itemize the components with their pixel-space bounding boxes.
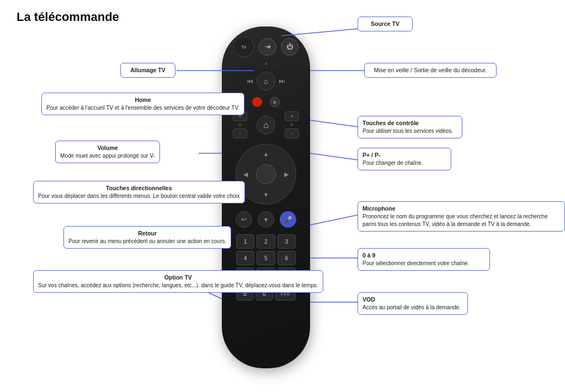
allumage-tv-label: Allumage TV bbox=[120, 63, 175, 78]
touches-controle-label: Touches de contrôle Pour utiliser tous l… bbox=[358, 116, 462, 138]
source-tv-label: Source TV bbox=[358, 17, 413, 31]
volume-label: Volume Mode muet avec appui prolongé sur… bbox=[55, 141, 160, 163]
retour-label: Retour Pour revenir au menu précédent ou… bbox=[63, 226, 231, 249]
microphone-label: Microphone Prononcez le nom du programme… bbox=[358, 201, 565, 232]
p-plus-moins-label: P+ / P- Pour changer de chaîne. bbox=[358, 148, 451, 170]
labels-layer: Source TV Allumage TV Mise en veille / S… bbox=[0, 0, 565, 392]
zero-a-neuf-label: 0 à 9 Pour sélectionner directement votr… bbox=[358, 248, 490, 271]
touches-directionnelles-label: Touches directionnelles Pour vous déplac… bbox=[33, 181, 245, 203]
vod-label: VOD Accès au portail de vidéo à la deman… bbox=[358, 292, 468, 315]
mise-en-veille-label: Mise en veille / Sortie de veille du déc… bbox=[364, 63, 497, 78]
home-label: Home Pour accéder à l'accueil TV et à l'… bbox=[41, 93, 244, 115]
option-tv-label: Option TV Sur vos chaînes, accédez aux o… bbox=[33, 270, 323, 293]
